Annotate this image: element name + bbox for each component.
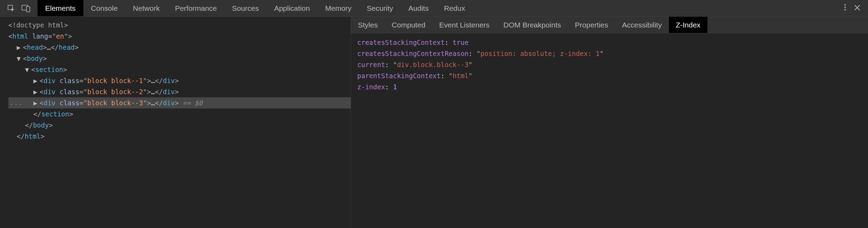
tree-div-2[interactable]: ▶<div class="block block--2">…</div> (8, 86, 351, 97)
caret-right-icon[interactable]: ▶ (33, 97, 40, 108)
stab-properties[interactable]: Properties (568, 17, 615, 33)
svg-point-3 (844, 4, 846, 6)
device-toggle-icon[interactable] (22, 5, 31, 12)
tree-html-open[interactable]: <html lang="en"> (8, 31, 351, 42)
tab-elements[interactable]: Elements (38, 0, 83, 16)
inspect-icon[interactable] (7, 4, 15, 13)
stab-accessibility[interactable]: Accessibility (615, 17, 669, 33)
stab-z-index[interactable]: Z-Index (669, 17, 707, 33)
panels: <!doctype html> <html lang="en"> ▶<head>… (0, 17, 868, 228)
tab-console[interactable]: Console (83, 0, 125, 16)
caret-right-icon[interactable]: ▶ (33, 86, 40, 97)
prop-z-index: z-index: 1 (357, 81, 862, 92)
tab-sources[interactable]: Sources (224, 0, 267, 16)
stab-computed[interactable]: Computed (385, 17, 432, 33)
dom-tree-panel[interactable]: <!doctype html> <html lang="en"> ▶<head>… (0, 17, 351, 228)
tab-memory[interactable]: Memory (318, 0, 359, 16)
tree-doctype[interactable]: <!doctype html> (8, 19, 351, 31)
right-icons (836, 3, 868, 13)
dom-tree[interactable]: <!doctype html> <html lang="en"> ▶<head>… (0, 17, 351, 145)
more-icon[interactable] (844, 3, 846, 13)
tree-div-1[interactable]: ▶<div class="block block--1">…</div> (8, 75, 351, 86)
caret-right-icon[interactable]: ▶ (33, 75, 40, 86)
tab-application[interactable]: Application (267, 0, 318, 16)
z-index-pane: createsStackingContext: true createsStac… (351, 33, 868, 96)
stab-event-listeners[interactable]: Event Listeners (432, 17, 497, 33)
prop-current: current: "div.block.block--3" (357, 59, 862, 70)
main-tabs: Elements Console Network Performance Sou… (38, 0, 473, 16)
svg-point-5 (844, 9, 846, 10)
svg-rect-2 (26, 7, 30, 12)
prop-creates-stacking-context: createsStackingContext: true (357, 37, 862, 48)
tree-section-open[interactable]: ▼<section> (8, 64, 351, 75)
tool-icons (0, 0, 38, 16)
caret-down-icon[interactable]: ▼ (25, 64, 31, 75)
tab-network[interactable]: Network (125, 0, 167, 16)
stab-dom-breakpoints[interactable]: DOM Breakpoints (497, 17, 568, 33)
tree-body-close[interactable]: </body> (8, 120, 351, 131)
caret-right-icon[interactable]: ▶ (17, 42, 23, 53)
tree-html-close[interactable]: </html> (8, 131, 351, 142)
stab-styles[interactable]: Styles (351, 17, 385, 33)
tree-body-open[interactable]: ▼<body> (8, 53, 351, 64)
side-panel: Styles Computed Event Listeners DOM Brea… (351, 17, 868, 228)
caret-down-icon[interactable]: ▼ (17, 53, 23, 64)
tree-section-close[interactable]: </section> (8, 108, 351, 120)
close-icon[interactable] (854, 4, 860, 13)
tab-redux[interactable]: Redux (436, 0, 473, 16)
tree-div-3-selected[interactable]: ... ▶<div class="block block--3">…</div>… (8, 97, 351, 108)
devtools-top-bar: Elements Console Network Performance Sou… (0, 0, 868, 17)
tab-security[interactable]: Security (359, 0, 401, 16)
prop-creates-stacking-context-reason: createsStackingContextReason: "position:… (357, 48, 862, 59)
prop-parent-stacking-context: parentStackingContext: "html" (357, 70, 862, 81)
tab-audits[interactable]: Audits (401, 0, 436, 16)
tree-head[interactable]: ▶<head>…</head> (8, 42, 351, 53)
tab-performance[interactable]: Performance (167, 0, 224, 16)
side-tabs: Styles Computed Event Listeners DOM Brea… (351, 17, 868, 33)
svg-point-4 (844, 7, 846, 8)
selection-marker-icon: ... (10, 97, 23, 108)
